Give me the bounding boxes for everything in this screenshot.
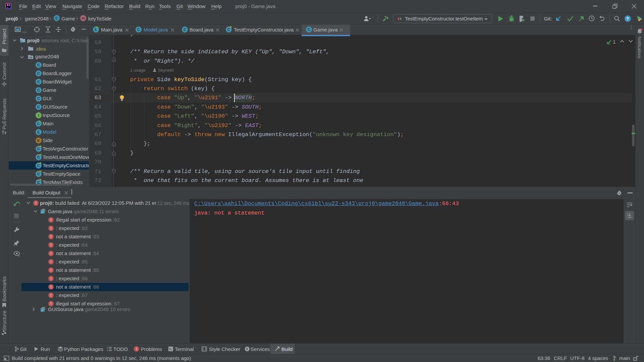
svg-text:J: J: [42, 309, 43, 312]
svg-text:J: J: [42, 210, 43, 214]
